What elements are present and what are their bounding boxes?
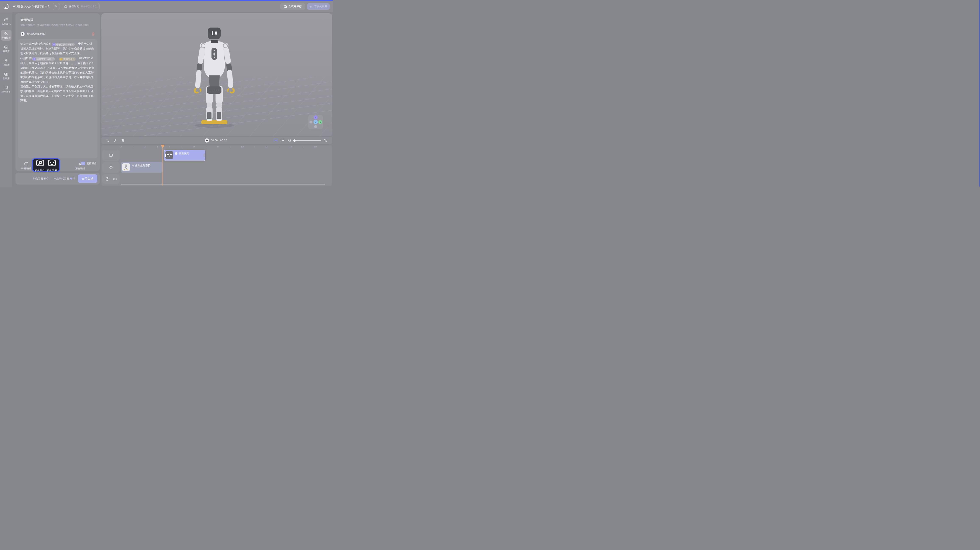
tag-label: 哈哈大笑(10s) [56, 43, 71, 46]
sidebar-item-audio-arrange[interactable]: 音频编排 [1, 30, 11, 41]
ruler-label: 12f [265, 146, 268, 148]
expression-clip-label-row: 害羞微笑 [175, 152, 189, 155]
audio-play-button[interactable] [21, 32, 25, 36]
synthesize-save-button[interactable]: 合成并保存 [280, 3, 305, 10]
ruler-label: 16f [314, 146, 317, 148]
quote-mark: 」 [71, 62, 74, 65]
playback-time: 00:00 / 00:30 [211, 139, 227, 142]
slider-knob[interactable] [293, 139, 296, 142]
insert-expression-button[interactable]: 插入表情 [47, 158, 57, 172]
expression-tag[interactable]: ☺哈哈大笑(10s)× [52, 43, 75, 46]
redo-icon[interactable] [113, 139, 117, 142]
insert-expression-icon [47, 158, 57, 168]
sidebar-item-expression-library[interactable]: 表情库 [1, 43, 11, 54]
app-logo-icon [3, 4, 9, 10]
quote-mark: 」 [74, 62, 77, 65]
save-status: 保存时间 26/01/03 12:01 [62, 3, 100, 10]
timeline-ruler[interactable]: 0f2f4f6f8f10f12f14f16f [102, 145, 332, 149]
sidebar-item-motion-mimic[interactable]: 动作模仿 [1, 16, 11, 27]
clip-left-handle[interactable] [165, 154, 165, 157]
screen-frame-top [0, 0, 332, 1]
expression-track-header [102, 150, 119, 161]
clip-right-handle[interactable] [204, 154, 204, 157]
sparkles-icon [4, 31, 8, 36]
music-box-icon [4, 72, 8, 76]
audio-track-icon[interactable] [105, 177, 110, 181]
sidebar-item-motion-library[interactable]: 动作库 [1, 57, 11, 68]
viewport-3d[interactable]: Z X Y [102, 13, 332, 136]
motion-clip[interactable]: 超帅走路姿势 [121, 162, 162, 173]
timeline: 0f2f4f6f8f10f12f14f16f [102, 145, 332, 186]
expression-clip[interactable]: 害羞微笑 [164, 150, 205, 161]
gizmo-y-label: Y [315, 121, 316, 123]
rename-button[interactable]: ✎ [52, 3, 60, 10]
insert-action-button[interactable]: 插入动作 [35, 158, 45, 172]
grid-line [131, 77, 191, 136]
timeline-zoom-slider[interactable] [294, 140, 321, 141]
editor-toolbar: AI 一键编排 插入动作 [16, 158, 100, 172]
delete-audio-icon[interactable] [92, 32, 95, 36]
grid-line [102, 77, 144, 136]
sidebar-label: 音频编排 [2, 36, 11, 40]
generate-now-button[interactable]: 立即生成 [78, 174, 97, 183]
motion-clip-label: 超帅走路姿势 [135, 164, 150, 167]
expression-thumbnail [165, 151, 173, 159]
playhead-pin[interactable] [161, 145, 164, 148]
svg-text:AI: AI [25, 163, 27, 165]
ruler-tick [230, 146, 231, 148]
audio-file-name: 默认名称1.mp3 [27, 32, 89, 36]
action-tag[interactable]: ★弯腰(5s)× [59, 57, 76, 61]
ruler-label: 14f [290, 146, 293, 148]
tool-label: 插入表情 [47, 169, 57, 172]
ruler-label: 2f [144, 146, 146, 148]
quote-mark: 「 [75, 42, 78, 45]
insert-action-icon [35, 158, 45, 168]
floppy-icon [284, 5, 287, 8]
tag-label: 哈哈大笑(10s) [37, 57, 51, 60]
runner-icon [132, 164, 134, 167]
one-click-arrange-button[interactable]: AI 一键编排 [20, 162, 33, 170]
editor-content: 这是一家全球领先的公司☺哈哈大笑(10s)×「专注于先进机器人系统的设计、制造和… [21, 42, 94, 102]
robot-model [189, 23, 240, 129]
tag-remove-icon[interactable]: × [72, 43, 73, 46]
sidebar-label: 动作模仿 [2, 23, 11, 26]
panel-subtitle: 通过音频处理，生成音频素材以及融合动作和表情的音频编排素材 [21, 23, 89, 27]
sidebar-item-audio-library[interactable]: 音频库 [1, 71, 11, 81]
playhead-line[interactable] [162, 147, 163, 185]
sidebar: 动作模仿 音频编排 表情库 动作库 音频库 [0, 12, 12, 187]
horizontal-scrollbar[interactable] [121, 184, 325, 185]
fit-timeline-icon[interactable]: ◂▸ [281, 139, 285, 142]
motion-track-icon [109, 165, 113, 170]
playback-bar: 00:00 / 00:30 ◂▸ [102, 137, 332, 144]
grid-line [108, 77, 167, 136]
zoom-in-icon[interactable] [324, 139, 327, 142]
mute-track-icon[interactable] [113, 177, 117, 181]
tag-remove-icon[interactable]: × [73, 58, 75, 60]
rhythm-motion-label: 韵律动作 [86, 162, 97, 165]
undo-icon[interactable] [106, 139, 109, 142]
tag-remove-icon[interactable]: × [52, 57, 54, 60]
expression-tag[interactable]: ☺哈哈大笑(10s)× [32, 57, 55, 60]
motion-thumbnail [122, 163, 130, 171]
ruler-label: 0f [120, 146, 122, 148]
clapperboard-icon [4, 18, 8, 22]
rhythm-motion-checkbox[interactable]: ✓ 韵律动作 [81, 162, 97, 165]
quote-mark: 「 [56, 56, 58, 60]
gizmo-neg-z [314, 125, 317, 128]
robot-face-icon [4, 45, 8, 49]
ruler-label: 4f [169, 146, 170, 148]
delete-clip-icon[interactable] [121, 139, 124, 142]
sidebar-label: 表情库 [3, 50, 10, 53]
view-gizmo[interactable]: Z X Y [308, 115, 323, 130]
cloud-check-icon [64, 5, 67, 8]
zoom-out-icon[interactable] [288, 139, 291, 142]
snap-toggle-icon[interactable] [274, 139, 278, 142]
script-editor[interactable]: 这是一家全球领先的公司☺哈哈大笑(10s)×「专注于先进机器人系统的设计、制造和… [18, 39, 97, 158]
task-list-icon [4, 86, 8, 90]
tool-label: 插入动作 [35, 169, 45, 172]
sidebar-item-my-tasks[interactable]: 我的任务 [1, 84, 11, 95]
deploy-to-device-button[interactable]: 下发到设备 [307, 3, 329, 10]
pencil-icon: ✎ [55, 5, 58, 8]
quote-mark: 」 [60, 47, 63, 50]
play-button[interactable] [205, 138, 209, 143]
